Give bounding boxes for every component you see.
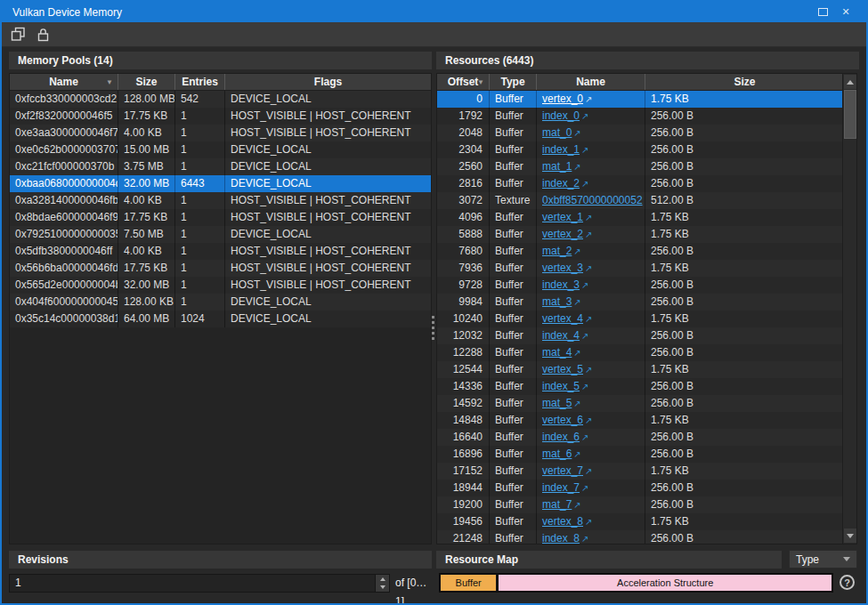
resource-link[interactable]: index_6 [542, 431, 580, 443]
resource-link[interactable]: mat_4 [542, 346, 572, 359]
table-row[interactable]: 9984Buffermat_3↗256.00 B [437, 294, 844, 311]
resource-link[interactable]: vertex_5 [542, 363, 583, 375]
external-link-icon: ↗ [581, 382, 588, 391]
table-row[interactable]: 0x565d2e000000004b32.00 MB1HOST_VISIBLE … [10, 277, 431, 294]
resource-map-segment[interactable]: Buffer [441, 575, 496, 591]
table-row[interactable]: 3072Texture0xbff8570000000052↗512.00 B [437, 192, 844, 209]
table-row[interactable]: 2304Bufferindex_1↗256.00 B [437, 141, 844, 158]
maximize-button[interactable] [811, 4, 834, 20]
resource-link[interactable]: index_0 [542, 109, 580, 122]
table-row[interactable]: 0Buffervertex_0↗1.75 KB [437, 91, 844, 108]
table-cell: 16896 [437, 446, 490, 463]
table-row[interactable]: 21248Bufferindex_8↗256.00 B [437, 530, 844, 544]
column-header[interactable]: Offset▼ [437, 74, 490, 90]
table-row[interactable]: 17152Buffervertex_7↗1.75 KB [437, 463, 844, 480]
map-grouping-dropdown[interactable]: Type [789, 550, 857, 569]
column-header[interactable]: Type [490, 74, 537, 90]
close-button[interactable]: ✕ [834, 4, 857, 20]
table-row[interactable]: 0xbaa068000000004d32.00 MB6443DEVICE_LOC… [10, 175, 431, 192]
table-row[interactable]: 1792Bufferindex_0↗256.00 B [437, 108, 844, 125]
resource-link[interactable]: index_4 [542, 329, 580, 342]
table-row[interactable]: 18944Bufferindex_7↗256.00 B [437, 480, 844, 496]
table-row[interactable]: 14848Buffervertex_6↗1.75 KB [437, 412, 844, 429]
resource-map-segment[interactable]: Acceleration Structure [499, 575, 831, 591]
resource-link[interactable]: vertex_3 [542, 262, 583, 274]
column-header[interactable]: Size [645, 74, 844, 90]
table-row[interactable]: 14336Bufferindex_5↗256.00 B [437, 378, 844, 395]
panel-splitter[interactable] [431, 73, 435, 544]
table-cell: 1 [175, 125, 225, 141]
table-row[interactable]: 0xe0c62b000000370715.00 MB1DEVICE_LOCAL [10, 141, 431, 158]
table-row[interactable]: 16896Buffermat_6↗256.00 B [437, 446, 844, 463]
resource-link[interactable]: index_3 [542, 278, 580, 291]
resource-link[interactable]: 0xbff8570000000052 [542, 194, 643, 206]
arrow-down-icon [380, 585, 385, 589]
table-row[interactable]: 2048Buffermat_0↗256.00 B [437, 125, 844, 141]
table-row[interactable]: 12544Buffervertex_5↗1.75 KB [437, 361, 844, 378]
resource-link[interactable]: mat_2 [542, 245, 572, 257]
scroll-up-button[interactable] [844, 75, 856, 89]
table-row[interactable]: 0x79251000000000357.50 MB1DEVICE_LOCAL [10, 226, 431, 243]
resource-link[interactable]: mat_3 [542, 295, 572, 308]
table-row[interactable]: 2816Bufferindex_2↗256.00 B [437, 175, 844, 192]
resource-link[interactable]: vertex_8 [542, 515, 583, 528]
table-row[interactable]: 12288Buffermat_4↗256.00 B [437, 344, 844, 361]
table-row[interactable]: 0x404f600000000045128.00 KB1DEVICE_LOCAL [10, 294, 431, 311]
resource-link[interactable]: mat_5 [542, 397, 572, 409]
table-row[interactable]: 14592Buffermat_5↗256.00 B [437, 395, 844, 412]
lock-button[interactable] [34, 26, 52, 44]
table-cell: 18944 [437, 480, 490, 496]
resource-link[interactable]: index_2 [542, 177, 580, 190]
table-row[interactable]: 16640Bufferindex_6↗256.00 B [437, 429, 844, 446]
table-row[interactable]: 5888Buffervertex_2↗1.75 KB [437, 226, 844, 243]
resource-link[interactable]: vertex_4 [542, 312, 583, 325]
resource-link[interactable]: index_8 [542, 532, 580, 544]
table-row[interactable]: 0x56b6ba00000046fd17.75 KB1HOST_VISIBLE … [10, 260, 431, 277]
resource-link[interactable]: mat_6 [542, 448, 572, 460]
resource-link[interactable]: vertex_0 [542, 93, 583, 105]
column-header[interactable]: Entries [175, 74, 225, 90]
resource-link[interactable]: vertex_1 [542, 211, 583, 223]
external-link-icon: ↗ [585, 230, 592, 239]
table-cell: 0xe3aa3000000046f7 [10, 125, 118, 141]
column-header[interactable]: Name [537, 74, 645, 90]
table-row[interactable]: 7680Buffermat_2↗256.00 B [437, 243, 844, 260]
resource-link[interactable]: vertex_2 [542, 228, 583, 240]
table-row[interactable]: 0xa3281400000046fb4.00 KB1HOST_VISIBLE |… [10, 192, 431, 209]
table-row[interactable]: 9728Bufferindex_3↗256.00 B [437, 277, 844, 294]
table-row[interactable]: 0xc21fcf000000370b3.75 MB1DEVICE_LOCAL [10, 158, 431, 175]
resource-link[interactable]: mat_0 [542, 126, 572, 139]
resource-link[interactable]: index_1 [542, 143, 580, 156]
column-header[interactable]: Size [118, 74, 175, 90]
column-header[interactable]: Flags [225, 74, 431, 90]
table-row[interactable]: 19200Buffermat_7↗256.00 B [437, 496, 844, 513]
scrollbar-thumb[interactable] [844, 90, 856, 139]
help-button[interactable]: ? [840, 575, 855, 590]
resource-link[interactable]: index_5 [542, 380, 580, 392]
spin-up-button[interactable] [376, 575, 389, 584]
resource-link[interactable]: mat_7 [542, 498, 572, 511]
revision-input[interactable]: 1 [10, 575, 375, 592]
table-row[interactable]: 0xfccb330000003cd2128.00 MB542DEVICE_LOC… [10, 91, 431, 108]
revision-spinner[interactable]: 1 [9, 574, 390, 593]
table-row[interactable]: 4096Buffervertex_1↗1.75 KB [437, 209, 844, 226]
resources-scrollbar[interactable] [842, 74, 856, 544]
table-row[interactable]: 0x5dfb3800000046ff4.00 KB1HOST_VISIBLE |… [10, 243, 431, 260]
table-row[interactable]: 10240Buffervertex_4↗1.75 KB [437, 311, 844, 327]
column-header[interactable]: Name▼ [10, 74, 118, 90]
scroll-down-button[interactable] [844, 528, 856, 543]
resource-link[interactable]: vertex_7 [542, 464, 583, 477]
resource-link[interactable]: vertex_6 [542, 414, 583, 426]
copy-button[interactable] [9, 26, 27, 44]
table-row[interactable]: 0x8bdae600000046f917.75 KB1HOST_VISIBLE … [10, 209, 431, 226]
table-row[interactable]: 12032Bufferindex_4↗256.00 B [437, 327, 844, 344]
table-row[interactable]: 7936Buffervertex_3↗1.75 KB [437, 260, 844, 277]
spin-down-button[interactable] [376, 584, 389, 593]
table-row[interactable]: 2560Buffermat_1↗256.00 B [437, 158, 844, 175]
table-row[interactable]: 0x35c14c00000038d164.00 MB1024DEVICE_LOC… [10, 311, 431, 327]
table-row[interactable]: 19456Buffervertex_8↗1.75 KB [437, 513, 844, 530]
table-row[interactable]: 0xf2f83200000046f517.75 KB1HOST_VISIBLE … [10, 108, 431, 125]
resource-link[interactable]: index_7 [542, 481, 580, 494]
resource-link[interactable]: mat_1 [542, 160, 572, 173]
table-row[interactable]: 0xe3aa3000000046f74.00 KB1HOST_VISIBLE |… [10, 125, 431, 141]
